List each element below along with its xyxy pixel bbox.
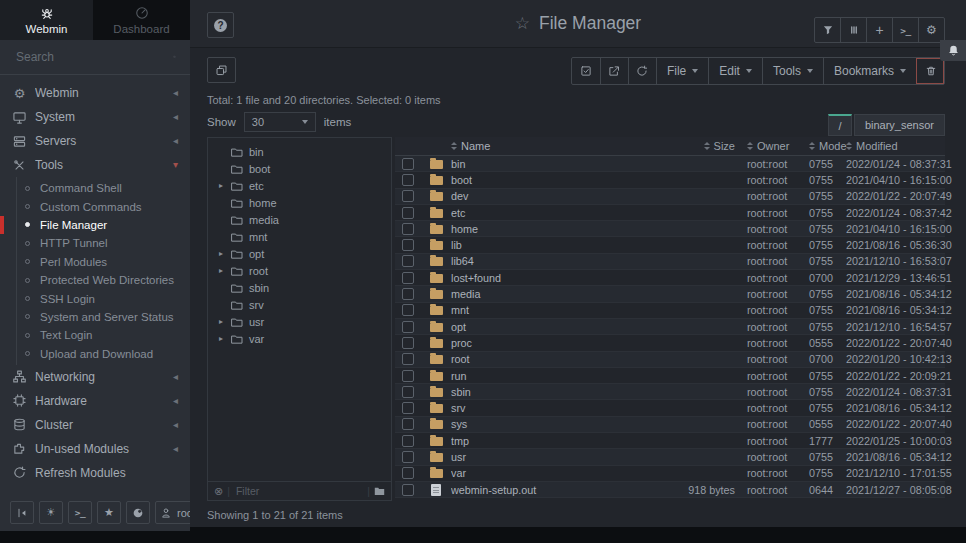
- palette-button[interactable]: [126, 501, 150, 524]
- row-checkbox[interactable]: [402, 370, 414, 382]
- select-all-button[interactable]: [572, 58, 600, 84]
- sidebar-item-un-used-modules[interactable]: Un-used Modules◂: [0, 437, 190, 461]
- column-header-owner[interactable]: Owner: [735, 140, 805, 152]
- export-button[interactable]: [600, 58, 628, 84]
- row-checkbox[interactable]: [402, 239, 414, 251]
- tree-node-media[interactable]: media: [208, 211, 391, 228]
- tree-node-etc[interactable]: ▸etc: [208, 177, 391, 194]
- cell-name[interactable]: var: [451, 467, 623, 479]
- tree-node-srv[interactable]: srv: [208, 296, 391, 313]
- table-row-var[interactable]: varroot:root07552021/12/10 - 17:01:55: [395, 466, 945, 482]
- menu-bookmarks[interactable]: Bookmarks: [823, 58, 916, 84]
- paste-buffer-button[interactable]: [207, 57, 236, 83]
- sidebar-item-webmin[interactable]: ⚙Webmin◂: [0, 81, 190, 105]
- cell-name[interactable]: srv: [451, 402, 623, 414]
- cell-name[interactable]: lost+found: [451, 272, 623, 284]
- table-row-run[interactable]: runroot:root07552022/01/22 - 20:09:21: [395, 368, 945, 384]
- tree-node-opt[interactable]: ▸opt: [208, 245, 391, 262]
- row-checkbox[interactable]: [402, 321, 414, 333]
- table-row-usr[interactable]: usrroot:root07552021/08/16 - 05:34:12: [395, 449, 945, 465]
- sidebar-item-system[interactable]: System◂: [0, 105, 190, 129]
- row-checkbox[interactable]: [402, 402, 414, 414]
- cell-name[interactable]: lib64: [451, 255, 623, 267]
- expand-arrow-icon[interactable]: ▸: [217, 334, 225, 343]
- tab-dashboard[interactable]: Dashboard: [93, 0, 190, 40]
- sidebar-item-upload-and-download[interactable]: Upload and Download: [17, 345, 190, 363]
- breadcrumb-root[interactable]: /: [828, 114, 852, 136]
- clear-filter-icon[interactable]: ⊗: [214, 486, 223, 497]
- row-checkbox[interactable]: [402, 190, 414, 202]
- cell-name[interactable]: tmp: [451, 435, 623, 447]
- page-size-select[interactable]: 30: [244, 112, 316, 132]
- star-outline-icon[interactable]: ☆: [515, 15, 530, 32]
- tree-node-bin[interactable]: bin: [208, 143, 391, 160]
- row-checkbox[interactable]: [402, 272, 414, 284]
- favorites-button[interactable]: ★: [97, 501, 121, 524]
- expand-arrow-icon[interactable]: ▸: [217, 181, 225, 190]
- column-header-modified[interactable]: Modified: [841, 140, 945, 152]
- sidebar-item-ssh-login[interactable]: SSH Login: [17, 289, 190, 307]
- row-checkbox[interactable]: [402, 158, 414, 170]
- cell-name[interactable]: mnt: [451, 304, 623, 316]
- search-input[interactable]: [14, 49, 173, 65]
- tree-node-sbin[interactable]: sbin: [208, 279, 391, 296]
- table-row-media[interactable]: mediaroot:root07552021/08/16 - 05:34:12: [395, 286, 945, 302]
- row-checkbox[interactable]: [402, 484, 414, 496]
- expand-arrow-icon[interactable]: ▸: [217, 249, 225, 258]
- menu-edit[interactable]: Edit: [708, 58, 762, 84]
- cell-name[interactable]: dev: [451, 190, 623, 202]
- cell-name[interactable]: boot: [451, 174, 623, 186]
- cell-name[interactable]: bin: [451, 158, 623, 170]
- table-row-srv[interactable]: srvroot:root07552021/08/16 - 05:34:12: [395, 400, 945, 416]
- row-checkbox[interactable]: [402, 353, 414, 365]
- shell-button[interactable]: >_: [892, 18, 918, 42]
- table-row-dev[interactable]: devroot:root07552022/01/22 - 20:07:49: [395, 189, 945, 205]
- sidebar-item-custom-commands[interactable]: Custom Commands: [17, 197, 190, 215]
- row-checkbox[interactable]: [402, 174, 414, 186]
- terminal-button[interactable]: >_: [68, 501, 92, 524]
- row-checkbox[interactable]: [402, 435, 414, 447]
- sidebar-item-servers[interactable]: Servers◂: [0, 129, 190, 153]
- settings-button[interactable]: ⚙: [918, 18, 944, 42]
- notifications-tab[interactable]: [940, 40, 966, 61]
- table-row-home[interactable]: homeroot:root07552021/04/10 - 16:15:00: [395, 221, 945, 237]
- row-checkbox[interactable]: [402, 304, 414, 316]
- menu-file[interactable]: File: [656, 58, 708, 84]
- table-row-lib64[interactable]: lib64root:root07552021/12/10 - 16:53:07: [395, 254, 945, 270]
- breadcrumb-host[interactable]: binary_sensor: [854, 114, 945, 136]
- tree-node-root[interactable]: ▸root: [208, 262, 391, 279]
- table-row-lost-found[interactable]: lost+foundroot:root07002021/12/29 - 13:4…: [395, 270, 945, 286]
- table-row-lib[interactable]: libroot:root07552021/08/16 - 05:36:30: [395, 237, 945, 253]
- cell-name[interactable]: etc: [451, 207, 623, 219]
- table-row-opt[interactable]: optroot:root07552021/12/10 - 16:54:57: [395, 319, 945, 335]
- table-row-sys[interactable]: sysroot:root05552022/01/22 - 20:07:40: [395, 417, 945, 433]
- help-button[interactable]: ?: [207, 12, 234, 38]
- cell-name[interactable]: proc: [451, 337, 623, 349]
- expand-arrow-icon[interactable]: ▸: [217, 266, 225, 275]
- columns-button[interactable]: [840, 18, 866, 42]
- folder-icon[interactable]: [374, 486, 385, 496]
- sidebar-item-command-shell[interactable]: Command Shell: [17, 179, 190, 197]
- row-checkbox[interactable]: [402, 207, 414, 219]
- tree-node-var[interactable]: ▸var: [208, 330, 391, 347]
- column-header-name[interactable]: Name: [451, 140, 623, 152]
- menu-tools[interactable]: Tools: [762, 58, 823, 84]
- sidebar-item-text-login[interactable]: Text Login: [17, 326, 190, 344]
- table-row-boot[interactable]: bootroot:root07552021/04/10 - 16:15:00: [395, 172, 945, 188]
- filter-input[interactable]: [234, 484, 363, 498]
- row-checkbox[interactable]: [402, 288, 414, 300]
- sidebar-item-refresh-modules[interactable]: Refresh Modules: [0, 461, 190, 485]
- column-header-size[interactable]: Size: [623, 140, 735, 152]
- sidebar-item-hardware[interactable]: Hardware◂: [0, 389, 190, 413]
- sidebar-item-perl-modules[interactable]: Perl Modules: [17, 253, 190, 271]
- cell-name[interactable]: webmin-setup.out: [451, 484, 623, 496]
- row-checkbox[interactable]: [402, 255, 414, 267]
- row-checkbox[interactable]: [402, 451, 414, 463]
- sidebar-item-system-and-server-status[interactable]: System and Server Status: [17, 308, 190, 326]
- sidebar-item-protected-web-directories[interactable]: Protected Web Directories: [17, 271, 190, 289]
- table-row-webmin-setup-out[interactable]: webmin-setup.out918 bytesroot:root064420…: [395, 482, 945, 498]
- cell-name[interactable]: opt: [451, 321, 623, 333]
- table-row-bin[interactable]: binroot:root07552022/01/24 - 08:37:31: [395, 156, 945, 172]
- trash-button[interactable]: [916, 58, 944, 84]
- table-row-root[interactable]: rootroot:root07002022/01/20 - 10:42:13: [395, 352, 945, 368]
